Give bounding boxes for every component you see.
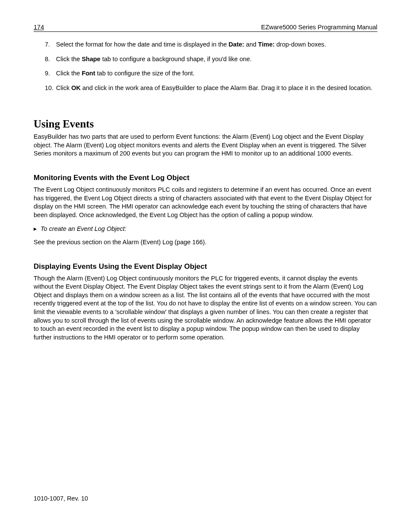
step-content: Click the Shape tab to configure a backg… — [56, 55, 377, 64]
step-content: Select the format for how the date and t… — [56, 40, 377, 49]
subheading-monitoring: Monitoring Events with the Event Log Obj… — [34, 174, 377, 182]
subheading-displaying: Displaying Events Using the Event Displa… — [34, 262, 377, 271]
step-marker: 8. — [45, 55, 56, 64]
plain-text: tab to configure the size of the font. — [95, 70, 195, 77]
howto-line: ▸ To create an Event Log Object: — [34, 225, 377, 232]
step-marker: 7. — [45, 40, 56, 49]
step-item: 10.Click OK and click in the work area o… — [45, 84, 377, 93]
arrow-icon: ▸ — [34, 225, 37, 232]
step-item: 9.Click the Font tab to configure the si… — [45, 69, 377, 78]
plain-text: Click the — [56, 56, 82, 62]
page-number: 174 — [34, 24, 44, 31]
step-item: 7.Select the format for how the date and… — [45, 40, 377, 49]
bold-text: Shape — [82, 56, 101, 62]
plain-text: and — [244, 41, 258, 48]
step-marker: 9. — [45, 69, 56, 78]
bold-text: OK — [71, 84, 81, 91]
displaying-paragraph: Though the Alarm (Event) Log Object cont… — [34, 274, 377, 342]
plain-text: drop-down boxes. — [275, 41, 326, 48]
bold-text: Time: — [258, 41, 274, 48]
step-content: Click OK and click in the work area of E… — [56, 84, 377, 93]
step-marker: 10. — [45, 84, 56, 93]
numbered-steps: 7.Select the format for how the date and… — [45, 40, 377, 92]
monitoring-paragraph: The Event Log Object continuously monito… — [34, 186, 377, 219]
page-header: 174 EZware5000 Series Programming Manual — [34, 24, 377, 32]
plain-text: and click in the work area of EasyBuilde… — [81, 84, 372, 91]
intro-paragraph: EasyBuilder has two parts that are used … — [34, 133, 377, 158]
document-page: 174 EZware5000 Series Programming Manual… — [0, 0, 411, 532]
manual-title: EZware5000 Series Programming Manual — [261, 24, 377, 31]
section-heading-using-events: Using Events — [34, 118, 377, 130]
plain-text: Select the format for how the date and t… — [56, 41, 229, 48]
plain-text: Click the — [56, 70, 82, 77]
step-content: Click the Font tab to configure the size… — [56, 69, 377, 78]
step-item: 8.Click the Shape tab to configure a bac… — [45, 55, 377, 64]
page-footer: 1010-1007, Rev. 10 — [34, 495, 88, 502]
bold-text: Font — [82, 70, 95, 77]
howto-reference: See the previous section on the Alarm (E… — [34, 238, 377, 247]
plain-text: tab to configure a background shape, if … — [100, 56, 252, 62]
howto-text: To create an Event Log Object: — [40, 225, 126, 232]
bold-text: Date: — [229, 41, 244, 48]
plain-text: Click — [56, 84, 71, 91]
